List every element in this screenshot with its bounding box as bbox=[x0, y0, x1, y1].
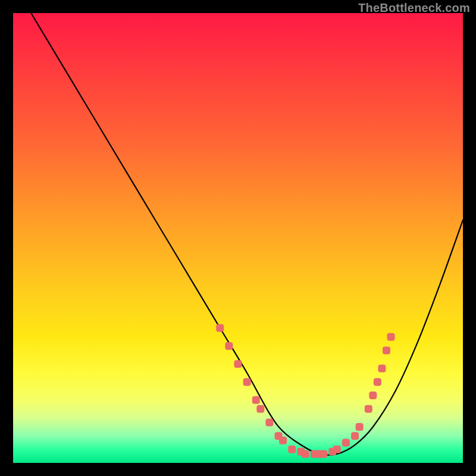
chart-frame: TheBottleneck.com bbox=[0, 0, 476, 476]
plot-background bbox=[13, 13, 463, 463]
watermark-text: TheBottleneck.com bbox=[358, 1, 470, 15]
